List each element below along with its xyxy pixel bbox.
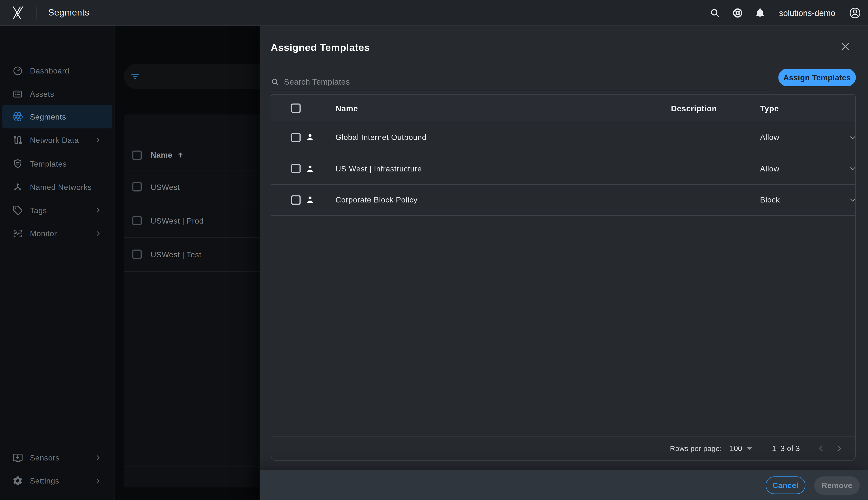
sidebar-item-label: Network Data [30, 136, 79, 145]
segment-row[interactable]: USWest | Test [124, 237, 260, 272]
app-root: Segments solutions-demo [0, 0, 868, 500]
brand-logo-icon[interactable] [11, 5, 24, 20]
template-name: US West | Infrastructure [336, 164, 422, 173]
select-all-checkbox[interactable] [132, 150, 142, 160]
template-name: Global Internet Outbound [336, 133, 427, 142]
network-data-route-icon [12, 135, 23, 146]
sidebar-item-segments[interactable]: Segments [2, 105, 112, 128]
rows-per-page-value: 100 [730, 444, 742, 453]
segment-name: USWest | Prod [151, 216, 204, 225]
previous-page-icon[interactable] [814, 442, 828, 455]
notifications-bell-icon[interactable] [755, 7, 766, 19]
search-templates-field[interactable] [271, 73, 769, 91]
sort-ascending-icon[interactable] [177, 151, 184, 159]
rows-per-page-select[interactable]: 100 [730, 444, 752, 453]
chevron-right-icon [94, 454, 101, 461]
chevron-down-icon[interactable] [849, 165, 856, 172]
template-row[interactable]: Global Internet Outbound Allow [271, 122, 855, 153]
assets-icon [12, 89, 23, 100]
column-header-description[interactable]: Description [671, 104, 717, 113]
named-networks-hub-icon [12, 181, 23, 193]
sidebar-item-label: Named Networks [30, 183, 92, 192]
row-checkbox[interactable] [132, 182, 142, 192]
rows-per-page-label: Rows per page: [670, 444, 722, 453]
select-all-checkbox[interactable] [291, 104, 301, 113]
sidebar-item-settings[interactable]: Settings [2, 469, 112, 492]
filter-toolbar [124, 64, 260, 89]
segments-list-panel: Name USWest USWest | Prod USWest | Test [115, 25, 260, 500]
chevron-down-icon[interactable] [849, 196, 856, 203]
sidebar-item-monitor[interactable]: Monitor [2, 222, 112, 245]
templates-shield-icon [12, 158, 23, 170]
tag-icon [12, 205, 23, 216]
top-bar: Segments solutions-demo [0, 0, 868, 26]
dropdown-caret-icon [746, 447, 752, 450]
template-type-select[interactable]: Allow [760, 133, 779, 142]
segment-name: USWest [151, 182, 180, 191]
search-templates-input[interactable] [283, 77, 769, 87]
column-header-name[interactable]: Name [151, 150, 172, 160]
dashboard-gauge-icon [12, 65, 23, 76]
close-icon[interactable] [840, 41, 851, 52]
username-label[interactable]: solutions-demo [779, 8, 835, 18]
row-checkbox[interactable] [291, 133, 301, 142]
gear-icon [12, 475, 23, 486]
template-row[interactable]: US West | Infrastructure Allow [271, 153, 855, 184]
drawer-title: Assigned Templates [271, 42, 370, 54]
drawer-action-bar: Cancel Remove [260, 470, 868, 500]
template-row[interactable]: Corporate Block Policy Block [271, 184, 855, 216]
segment-row[interactable]: USWest | Prod [124, 204, 260, 238]
row-checkbox[interactable] [291, 164, 301, 173]
sidebar-nav: Dashboard Assets [0, 25, 115, 500]
assign-templates-button[interactable]: Assign Templates [778, 69, 856, 86]
sidebar-item-label: Assets [30, 90, 54, 99]
sidebar-item-dashboard[interactable]: Dashboard [2, 59, 112, 82]
person-icon [305, 163, 315, 173]
sidebar-item-label: Monitor [30, 229, 57, 238]
row-checkbox[interactable] [291, 195, 301, 204]
chevron-right-icon [94, 477, 101, 484]
column-header-name[interactable]: Name [336, 104, 358, 113]
person-icon [305, 132, 315, 142]
sidebar-item-label: Segments [30, 112, 66, 121]
assigned-templates-drawer: Assigned Templates Assign Templates Name… [260, 25, 868, 500]
row-checkbox[interactable] [132, 250, 142, 259]
template-type-select[interactable]: Allow [760, 164, 779, 173]
chevron-right-icon [94, 230, 101, 237]
sidebar-item-label: Templates [30, 159, 67, 168]
remove-button[interactable]: Remove [814, 476, 860, 495]
sidebar-item-named-networks[interactable]: Named Networks [2, 175, 112, 198]
column-header-type[interactable]: Type [760, 104, 779, 113]
next-page-icon[interactable] [832, 442, 845, 455]
pagination-range: 1–3 of 3 [772, 444, 800, 453]
filter-icon[interactable] [129, 71, 141, 82]
page-title: Segments [48, 8, 90, 18]
search-icon[interactable] [709, 7, 721, 19]
segment-row[interactable]: USWest [124, 170, 260, 204]
topbar-divider [37, 7, 37, 19]
sidebar-item-sensors[interactable]: Sensors [2, 446, 112, 469]
cancel-button[interactable]: Cancel [766, 477, 805, 494]
pagination-bar: Rows per page: 100 1–3 of 3 [271, 436, 855, 460]
segments-table: Name USWest USWest | Prod USWest | Test [124, 114, 260, 487]
sidebar-item-assets[interactable]: Assets [2, 82, 112, 106]
help-lifebuoy-icon[interactable] [732, 7, 744, 19]
sidebar-item-label: Dashboard [30, 66, 69, 76]
chevron-right-icon [94, 137, 101, 143]
sidebar-item-label: Sensors [30, 453, 59, 462]
sidebar-item-tags[interactable]: Tags [2, 198, 112, 222]
row-checkbox[interactable] [132, 216, 142, 225]
sidebar-item-label: Tags [30, 206, 47, 215]
chevron-down-icon[interactable] [849, 134, 856, 141]
sidebar-item-network-data[interactable]: Network Data [2, 128, 112, 151]
topbar-actions: solutions-demo [709, 0, 861, 25]
template-type-select[interactable]: Block [760, 195, 780, 204]
sidebar-item-templates[interactable]: Templates [2, 152, 112, 175]
sensors-download-icon [12, 452, 23, 463]
segments-table-header: Name [124, 140, 260, 170]
search-icon [271, 77, 280, 86]
sidebar-item-label: Settings [30, 477, 59, 486]
templates-table-header: Name Description Type [271, 94, 855, 122]
segments-pagination-strip [124, 466, 260, 487]
account-avatar-icon[interactable] [848, 6, 861, 19]
